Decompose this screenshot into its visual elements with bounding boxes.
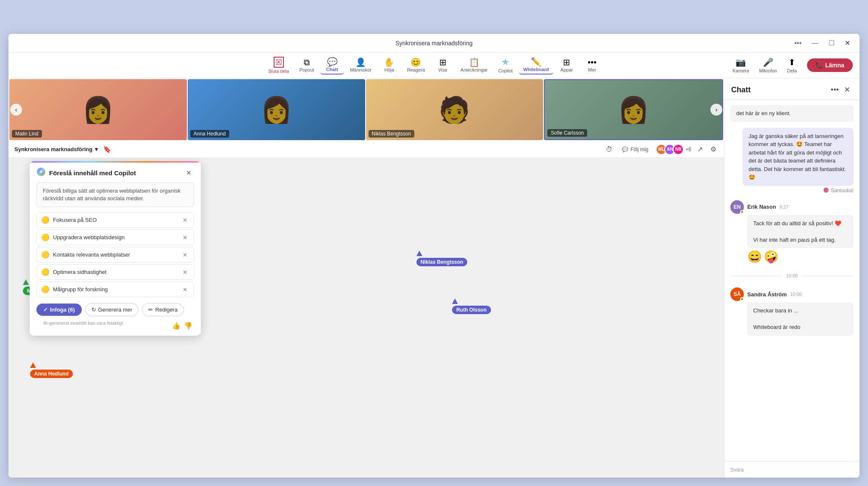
thumbs-up-button[interactable]: 👍 bbox=[172, 322, 180, 330]
camera-button[interactable]: 📷 Kamera bbox=[729, 55, 753, 75]
copilot-item-icon-3: 🟡 bbox=[41, 268, 50, 276]
chat-footer: Svara bbox=[724, 461, 860, 478]
react-button[interactable]: 😊 Reagera bbox=[403, 56, 429, 74]
svg-point-2 bbox=[824, 188, 829, 193]
notes-button[interactable]: 📋 Anteckningar bbox=[456, 56, 492, 74]
view-icon: ⊞ bbox=[439, 58, 446, 66]
bookmark-icon[interactable]: 🔖 bbox=[103, 145, 111, 153]
copilot-footer: ✓ Infoga (6) ↻ Generera mer ✏ Redigera bbox=[30, 297, 201, 320]
apps-label: Appar bbox=[560, 67, 573, 72]
chat-message-2: Jag är ganska säker på att lanseringen k… bbox=[730, 128, 854, 194]
copilot-item-icon-2: 🟡 bbox=[41, 251, 50, 259]
copilot-item-0: 🟡 Fokusera på SEO ✕ bbox=[36, 212, 194, 228]
whiteboard-area[interactable]: Malin Lind Anna Hedlund Niklas Bengtsson… bbox=[8, 158, 724, 478]
popout-button[interactable]: ⧉ Popout bbox=[295, 56, 319, 74]
meeting-title-bar: Synkronisera marknadsföring bbox=[395, 40, 472, 47]
view-button[interactable]: ⊞ Visa bbox=[431, 56, 455, 74]
close-button[interactable]: ✕ bbox=[842, 38, 853, 48]
chat-messages[interactable]: det här är en ny klient. Jag är ganska s… bbox=[724, 100, 860, 461]
chat-button[interactable]: 💬 Chatt bbox=[320, 56, 344, 75]
copilot-insert-button[interactable]: ✓ Infoga (6) bbox=[36, 304, 82, 316]
nav-next-button[interactable]: › bbox=[710, 104, 722, 116]
online-indicator-sandra bbox=[740, 297, 744, 301]
thumbs-down-button[interactable]: 👎 bbox=[184, 322, 192, 330]
copilot-item-icon-4: 🟡 bbox=[41, 285, 50, 293]
apps-icon: ⊞ bbox=[563, 58, 570, 66]
chat-close-button[interactable]: ✕ bbox=[841, 84, 853, 95]
chat-message-5: SÅ Sandra Åström 10:00 Checkar bara in .… bbox=[730, 287, 854, 336]
chat-sender-row-sandra: SÅ Sandra Åström 10:00 bbox=[730, 287, 854, 301]
popout-label: Popout bbox=[300, 67, 314, 72]
camera-icon: 📷 bbox=[735, 57, 746, 67]
more-options-button[interactable]: ••• bbox=[792, 39, 804, 48]
view-label: Visa bbox=[438, 67, 447, 72]
chat-time-sandra: 10:00 bbox=[790, 292, 802, 297]
copilot-item-text-3: Optimera sidhastighet bbox=[53, 269, 177, 275]
chat-bubble-2: Jag är ganska säker på att lanseringen k… bbox=[743, 128, 854, 186]
video-thumb-malin: 👩 Malin Lind bbox=[9, 79, 187, 140]
reply-label: Svara bbox=[730, 467, 743, 473]
meeting-bar: Synkronisera marknadsföring ▾ 🔖 ⏱ 💬 Följ… bbox=[8, 141, 724, 158]
copilot-item-remove-0[interactable]: ✕ bbox=[181, 217, 189, 224]
stop-share-button[interactable]: ☒ Sluta dela bbox=[264, 55, 293, 75]
copilot-item-1: 🟡 Uppgradera webbplatsdesign ✕ bbox=[36, 229, 194, 245]
stop-share-icon: ☒ bbox=[274, 57, 284, 68]
chat-label: Chatt bbox=[326, 67, 338, 72]
copilot-item-remove-2[interactable]: ✕ bbox=[181, 251, 189, 258]
title-bar: Synkronisera marknadsföring ••• — ☐ ✕ bbox=[8, 34, 860, 52]
copilot-dialog-title: Föreslå innehåll med Copilot bbox=[49, 169, 180, 177]
emoji-grinning: 😄 bbox=[747, 250, 762, 264]
apps-button[interactable]: ⊞ Appar bbox=[555, 56, 579, 74]
copilot-close-button[interactable]: ✕ bbox=[183, 168, 194, 178]
settings-button[interactable]: ⚙ bbox=[709, 144, 718, 155]
maximize-button[interactable]: ☐ bbox=[826, 38, 837, 48]
video-thumb-niklas: 🧑 Niklas Bengtsson bbox=[366, 79, 544, 140]
share-button[interactable]: ⬆ Dela bbox=[784, 55, 800, 75]
timer-icon-button[interactable]: ⏱ bbox=[604, 144, 614, 155]
copilot-button[interactable]: Copilot bbox=[494, 56, 517, 75]
copilot-generate-button[interactable]: ↻ Generera mer bbox=[85, 303, 139, 316]
nav-prev-button[interactable]: ‹ bbox=[10, 104, 22, 116]
malin-name-tag: Malin Lind bbox=[12, 130, 42, 138]
avatar-stack: ML AH NB +6 bbox=[656, 144, 691, 155]
emoji-row-erik: 😄 🤪 bbox=[747, 250, 854, 264]
copilot-item-4: 🟡 Målgrupp för forskning ✕ bbox=[36, 282, 194, 297]
raise-button[interactable]: ✋ Höja bbox=[377, 56, 401, 74]
copilot-item-remove-3[interactable]: ✕ bbox=[181, 269, 189, 276]
cursor-arrow-anna bbox=[30, 362, 36, 368]
react-icon: 😊 bbox=[410, 58, 421, 66]
toolbar-right: 📷 Kamera 🎤 Mikrofon ⬆ Dela 📞 Lämna bbox=[729, 55, 853, 75]
cursor-label-anna: Anna Hedlund bbox=[30, 370, 73, 378]
online-indicator-erik bbox=[740, 210, 744, 214]
whiteboard-button[interactable]: ✏️ Whiteboard bbox=[519, 56, 553, 75]
whiteboard-label: Whiteboard bbox=[523, 67, 549, 72]
chevron-down-icon[interactable]: ▾ bbox=[95, 146, 98, 152]
chat-bubble-erik: Tack för att du alltid är så positiv! ❤️… bbox=[747, 215, 854, 249]
copilot-prompt-text: Föreslå billiga sätt att optimera webbpl… bbox=[36, 182, 194, 207]
mic-button[interactable]: 🎤 Mikrofon bbox=[756, 55, 780, 75]
chat-time-erik: 9:27 bbox=[779, 204, 788, 210]
copilot-disclaimer: AI-genererat innehåll kan vara felaktigt bbox=[36, 320, 130, 331]
follow-me-button[interactable]: 💬 Följ mig bbox=[618, 145, 652, 154]
chat-more-button[interactable]: ••• bbox=[828, 85, 841, 95]
mic-label: Mikrofon bbox=[759, 68, 777, 73]
main-area: 22:06 ‹ 👩 Malin Lind 👩 Anna Hedlund bbox=[8, 78, 724, 478]
minimize-button[interactable]: — bbox=[809, 39, 821, 48]
more-button[interactable]: ••• Mer bbox=[580, 56, 604, 74]
copilot-item-remove-1[interactable]: ✕ bbox=[181, 234, 189, 241]
copilot-dialog-wrapper: ✦ Föreslå innehåll med Copilot ✕ Föreslå… bbox=[30, 161, 201, 336]
copilot-item-remove-4[interactable]: ✕ bbox=[181, 286, 189, 293]
raise-icon: ✋ bbox=[384, 58, 394, 66]
people-button[interactable]: 👤 Människor bbox=[346, 56, 376, 74]
copilot-item-text-2: Kontakta relevanta webbplatser bbox=[53, 251, 177, 258]
niklas-silhouette: 🧑 bbox=[438, 95, 470, 125]
svg-text:✦: ✦ bbox=[39, 169, 43, 175]
copilot-bottom-row: AI-genererat innehåll kan vara felaktigt… bbox=[30, 320, 201, 336]
copilot-edit-button[interactable]: ✏ Redigera bbox=[142, 303, 184, 316]
leave-button[interactable]: 📞 Lämna bbox=[807, 58, 853, 72]
malin-silhouette: 👩 bbox=[82, 95, 114, 125]
emoji-zany: 🤪 bbox=[764, 250, 779, 264]
avatar-sandra: SÅ bbox=[730, 287, 744, 301]
share-meeting-button[interactable]: ↗ bbox=[696, 144, 704, 155]
copilot-logo-small bbox=[823, 187, 829, 194]
